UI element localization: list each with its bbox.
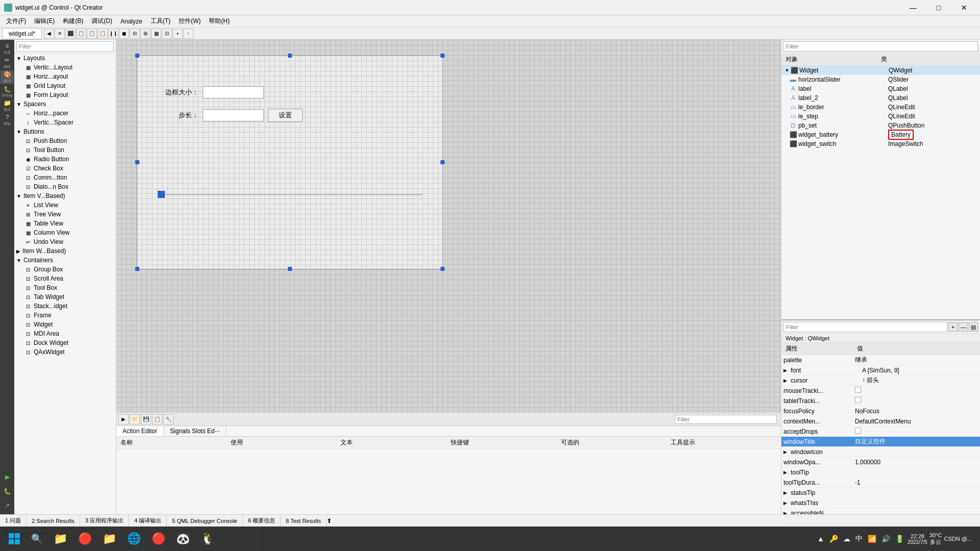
status-tab-summary[interactable]: 6 概要信息 xyxy=(243,515,281,527)
tb2-b2[interactable]: 📋 xyxy=(76,29,86,39)
close-button[interactable]: ✕ xyxy=(952,0,976,15)
taskbar-wifi-icon[interactable]: 📶 xyxy=(866,535,878,543)
tb2-b3[interactable]: 📋 xyxy=(87,29,97,39)
window-icon-expand[interactable]: ▶ xyxy=(781,449,789,455)
mode-debug2[interactable]: 🐛 xyxy=(1,485,14,498)
prop-window-title[interactable]: windowTitle 自定义控件 xyxy=(781,437,980,447)
sidebar-item-form-layout[interactable]: ▦ Form Layout xyxy=(14,90,116,99)
taskbar-app-yellow[interactable]: 📁 xyxy=(98,528,120,550)
sidebar-item-frame[interactable]: ⊡ Frame xyxy=(14,311,116,320)
menu-controls[interactable]: 控件(W) xyxy=(175,16,205,27)
bottom-tb-copy[interactable]: 📋 xyxy=(152,414,162,424)
status-tab-problems[interactable]: 1 问题 xyxy=(0,515,27,527)
taskbar-cloud-icon[interactable]: ☁ xyxy=(842,535,852,543)
sidebar-item-table-view[interactable]: ▦ Table View xyxy=(14,219,116,228)
prop-accessible-name[interactable]: ▶ accessibleN... xyxy=(781,508,980,514)
tb2-b11[interactable]: ▪ xyxy=(173,29,183,39)
mouse-tracking-checkbox[interactable] xyxy=(855,387,861,393)
sidebar-item-radio-button[interactable]: ◉ Radio Button xyxy=(14,155,116,164)
status-tab-compile[interactable]: 4 编译输出 xyxy=(129,515,167,527)
tb2-b1[interactable]: ⬛ xyxy=(65,29,76,39)
menu-debug[interactable]: 调试(D) xyxy=(87,16,116,27)
layouts-group-header[interactable]: ▼ Layouts xyxy=(14,54,116,63)
obj-row-battery[interactable]: ⬛ widget_battery Battery xyxy=(781,130,980,139)
sidebar-item-column-view[interactable]: ▦ Column View xyxy=(14,228,116,237)
prop-tooltip[interactable]: ▶ toolTip xyxy=(781,467,980,478)
sidebar-item-grid-layout[interactable]: ▦ Grid Layout xyxy=(14,81,116,90)
sidebar-item-dock-widget[interactable]: ⊡ Dock Widget xyxy=(14,338,116,347)
sidebar-item-stack-widget[interactable]: ⊡ Stack...idget xyxy=(14,302,116,311)
sidebar-item-group-box[interactable]: ⊡ Group Box xyxy=(14,265,116,274)
object-filter-input[interactable] xyxy=(783,41,978,52)
bottom-filter-input[interactable] xyxy=(675,415,777,424)
item-views-group-header[interactable]: ▼ Item V...Based) xyxy=(14,191,116,201)
sidebar-item-widget[interactable]: ⊡ Widget xyxy=(14,320,116,329)
taskbar-up-arrow[interactable]: ▲ xyxy=(816,535,826,543)
prop-cursor[interactable]: ▶ cursor ↑ 箭头 xyxy=(781,375,980,386)
obj-row-le-step[interactable]: ▭ le_step QLineEdit xyxy=(781,112,980,121)
maximize-button[interactable]: □ xyxy=(927,0,950,15)
tb2-b10[interactable]: ⊡ xyxy=(162,29,172,39)
accept-drops-checkbox[interactable] xyxy=(855,428,861,434)
sidebar-item-vert-spacer[interactable]: ↕ Vertic...Spacer xyxy=(14,118,116,127)
prop-font[interactable]: ▶ font A [SimSun, 9] xyxy=(781,365,980,375)
taskbar-lang-icon[interactable]: 中 xyxy=(854,534,864,543)
obj-row-switch[interactable]: ⬛ widget_switch ImageSwitch xyxy=(781,139,980,148)
widget-canvas-area[interactable]: 边框大小： 步长： 设置 xyxy=(137,55,443,269)
tb2-b12[interactable]: ▫ xyxy=(183,29,193,39)
prop-view-btn[interactable]: ▤ xyxy=(969,322,978,332)
taskbar-app-panda[interactable]: 🐼 xyxy=(172,528,194,550)
buttons-group-header[interactable]: ▼ Buttons xyxy=(14,127,116,136)
sidebar-item-tool-button[interactable]: ⊡ Tool Button xyxy=(14,145,116,155)
tb2-b8[interactable]: ⊞ xyxy=(140,29,151,39)
sidebar-item-list-view[interactable]: ≡ List View xyxy=(14,201,116,210)
tb2-b5[interactable]: ❙❙ xyxy=(108,29,118,39)
menu-tools[interactable]: 工具(T) xyxy=(146,16,175,27)
menu-file[interactable]: 文件(F) xyxy=(2,16,30,27)
widget-expand-btn[interactable]: ▼ xyxy=(783,68,791,73)
menu-edit[interactable]: 编辑(E) xyxy=(30,16,59,27)
obj-row-le-border[interactable]: ▭ le_border QLineEdit xyxy=(781,103,980,112)
tb2-b6[interactable]: ◼ xyxy=(119,29,129,39)
obj-row-label[interactable]: A label QLabel xyxy=(781,84,980,93)
sidebar-item-tool-box[interactable]: ⊡ Tool Box xyxy=(14,283,116,292)
taskbar-app-green[interactable]: 🐧 xyxy=(196,528,218,550)
prop-remove-btn[interactable]: — xyxy=(959,322,968,332)
sidebar-item-check-box[interactable]: ☑ Check Box xyxy=(14,164,116,173)
menu-help[interactable]: 帮助(H) xyxy=(205,16,234,27)
sidebar-item-horiz-spacer[interactable]: ↔ Horiz...pacer xyxy=(14,109,116,118)
whats-this-expand[interactable]: ▶ xyxy=(781,500,789,506)
bottom-tb-play[interactable]: ▶ xyxy=(118,414,129,424)
menu-build[interactable]: 构建(B) xyxy=(59,16,87,27)
sidebar-filter-input[interactable] xyxy=(16,41,114,52)
status-tip-expand[interactable]: ▶ xyxy=(781,490,789,495)
taskbar-app-red1[interactable]: 🔴 xyxy=(74,528,96,550)
status-tab-search[interactable]: 2 Search Results xyxy=(27,515,80,527)
obj-row-pb-set[interactable]: ⊡ pb_set QPushButton xyxy=(781,121,980,130)
tooltip-expand[interactable]: ▶ xyxy=(781,470,789,475)
prop-window-opacity[interactable]: windowOpa... 1.000000 xyxy=(781,457,980,467)
mode-build[interactable]: ↗ xyxy=(1,499,14,512)
item-w-group-header[interactable]: ▶ Item W...Based) xyxy=(14,246,116,256)
taskbar-volume-icon[interactable]: 🔊 xyxy=(880,535,892,543)
accessible-name-expand[interactable]: ▶ xyxy=(781,511,789,515)
design-canvas[interactable]: 边框大小： 步长： 设置 xyxy=(116,40,781,412)
mode-run[interactable]: ▶ xyxy=(1,470,14,484)
taskbar-lock-icon[interactable]: 🔑 xyxy=(828,535,840,543)
tb2-back[interactable]: ◀ xyxy=(44,29,54,39)
sidebar-item-tab-widget[interactable]: ⊡ Tab Widget xyxy=(14,292,116,302)
taskbar-battery-icon[interactable]: 🔋 xyxy=(894,535,905,543)
taskbar-app-red2[interactable]: 🔴 xyxy=(147,528,169,550)
sidebar-item-undo-view[interactable]: ↩ Undo View xyxy=(14,237,116,246)
taskbar-csdn-text[interactable]: CSDN @... xyxy=(944,536,972,542)
spacers-group-header[interactable]: ▼ Spacers xyxy=(14,99,116,109)
prop-whats-this[interactable]: ▶ whatsThis xyxy=(781,498,980,508)
sidebar-item-comm-tton[interactable]: ⊡ Comm...tton xyxy=(14,173,116,182)
step-input[interactable] xyxy=(203,109,264,121)
sidebar-item-dialog-box[interactable]: ⊡ Dialo...n Box xyxy=(14,182,116,191)
taskbar-app-browser[interactable]: 🌐 xyxy=(122,528,145,550)
set-button[interactable]: 设置 xyxy=(268,109,303,122)
status-tab-test-results[interactable]: 8 Test Results xyxy=(281,515,327,527)
prop-tooltip-duration[interactable]: toolTipDura... -1 xyxy=(781,478,980,488)
mode-edit[interactable]: ✏ 编辑 xyxy=(1,56,14,69)
